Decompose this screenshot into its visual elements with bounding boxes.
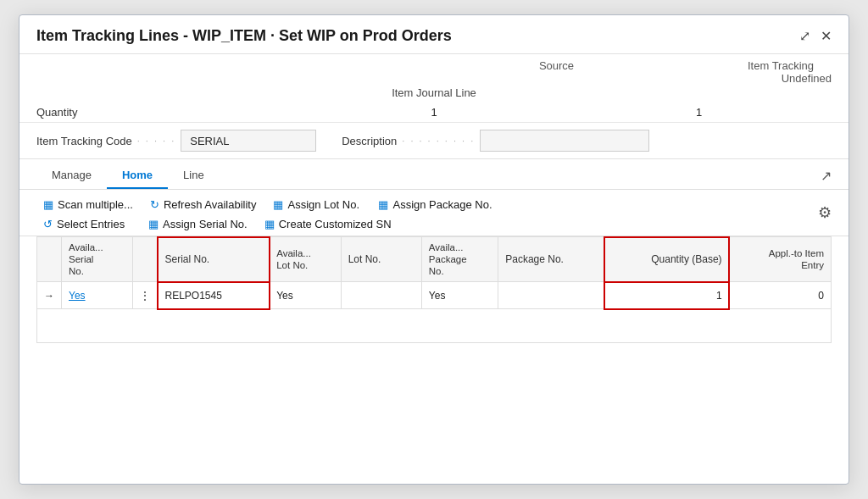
assign-package-button[interactable]: ▦ Assign Package No. xyxy=(371,197,498,213)
dialog-window: Item Tracking Lines - WIP_ITEM · Set WIP… xyxy=(19,14,849,485)
item-tracking-code-label: Item Tracking Code xyxy=(36,135,132,147)
th-avail-lot: Availa...Lot No. xyxy=(270,237,341,282)
select-entries-icon: ↺ xyxy=(43,218,53,230)
col-tracking-label: Item Tracking xyxy=(730,59,832,72)
toolbar-row-1: ▦ Scan multiple... ↻ Refresh Availabilit… xyxy=(36,197,832,213)
quantity-row: Quantity 1 1 xyxy=(19,103,849,123)
assign-package-icon: ▦ xyxy=(378,198,388,211)
cell-qty-base[interactable]: 1 xyxy=(604,282,729,309)
toolbar-row-2: ↺ Select Entries ▦ Assign Serial No. ▦ C… xyxy=(36,216,832,232)
cell-pkg-no[interactable] xyxy=(498,282,604,309)
tab-manage[interactable]: Manage xyxy=(36,163,107,189)
tab-home[interactable]: Home xyxy=(107,163,168,189)
create-customized-sn-button[interactable]: ▦ Create Customized SN xyxy=(258,216,398,232)
assign-lot-button[interactable]: ▦ Assign Lot No. xyxy=(266,197,368,213)
th-avail-pkg: Availa...PackageNo. xyxy=(421,237,498,282)
close-icon[interactable]: ✕ xyxy=(821,28,832,44)
th-kebab xyxy=(133,237,158,282)
col-undefined-label: Undefined xyxy=(782,72,832,85)
fields-row: Item Tracking Code · · · · · SERIAL Desc… xyxy=(19,123,849,159)
th-appl-entry: Appl.-to ItemEntry xyxy=(729,237,831,282)
cell-lot-no[interactable] xyxy=(341,282,421,309)
dialog-header: Item Tracking Lines - WIP_ITEM · Set WIP… xyxy=(19,15,849,54)
scan-multiple-label: Scan multiple... xyxy=(58,198,133,211)
scan-multiple-icon: ▦ xyxy=(43,198,53,211)
cell-avail-serial[interactable]: Yes xyxy=(62,282,133,309)
item-tracking-code-field: Item Tracking Code · · · · · SERIAL xyxy=(36,130,316,152)
settings-icon[interactable]: ⚙ xyxy=(818,203,832,222)
assign-serial-icon: ▦ xyxy=(148,218,159,230)
scan-multiple-button[interactable]: ▦ Scan multiple... xyxy=(36,197,140,213)
table-empty-row xyxy=(37,309,832,343)
select-entries-button[interactable]: ↺ Select Entries xyxy=(36,216,138,232)
cell-kebab[interactable]: ⋮ xyxy=(133,282,158,309)
assign-package-label: Assign Package No. xyxy=(392,198,492,211)
create-sn-icon: ▦ xyxy=(264,218,275,230)
toolbar-section: ▦ Scan multiple... ↻ Refresh Availabilit… xyxy=(19,190,849,236)
refresh-availability-label: Refresh Availability xyxy=(164,198,257,211)
description-label: Description xyxy=(342,135,397,147)
quantity-tracking-val: 1 xyxy=(566,106,832,119)
share-icon[interactable]: ↗ xyxy=(821,168,832,184)
select-entries-label: Select Entries xyxy=(57,218,125,230)
item-tracking-code-dots: · · · · · xyxy=(137,136,176,146)
header-icons: ⤢ ✕ xyxy=(799,28,832,44)
cell-avail-lot[interactable]: Yes xyxy=(270,282,341,309)
data-table: Availa...SerialNo. Serial No. Availa...L… xyxy=(36,236,832,343)
tab-line[interactable]: Line xyxy=(168,163,220,189)
dialog-title: Item Tracking Lines - WIP_ITEM · Set WIP… xyxy=(36,27,452,45)
th-qty-base: Quantity (Base) xyxy=(604,237,729,282)
th-arrow xyxy=(37,237,62,282)
cell-arrow: → xyxy=(37,282,62,309)
description-value[interactable] xyxy=(480,130,649,152)
refresh-availability-button[interactable]: ↻ Refresh Availability xyxy=(143,197,264,213)
sub-label: Item Journal Line xyxy=(19,85,849,103)
th-avail-serial: Availa...SerialNo. xyxy=(62,237,133,282)
th-serial-no: Serial No. xyxy=(158,237,270,282)
assign-serial-button[interactable]: ▦ Assign Serial No. xyxy=(142,216,254,232)
cell-appl-entry[interactable]: 0 xyxy=(729,282,831,309)
description-field: Description · · · · · · · · · xyxy=(342,130,649,152)
item-tracking-code-value[interactable]: SERIAL xyxy=(181,130,316,152)
refresh-icon: ↻ xyxy=(150,198,159,211)
quantity-label: Quantity xyxy=(36,106,302,119)
th-pkg-no: Package No. xyxy=(498,237,604,282)
assign-lot-label: Assign Lot No. xyxy=(287,198,359,211)
assign-lot-icon: ▦ xyxy=(273,198,283,211)
col-source-label: Source xyxy=(383,59,730,72)
quantity-source-val: 1 xyxy=(302,106,567,119)
cell-serial-no[interactable]: RELPO1545 xyxy=(158,282,270,309)
assign-serial-label: Assign Serial No. xyxy=(163,218,248,230)
table-row: → Yes ⋮ RELPO1545 Yes Yes 1 0 xyxy=(37,282,832,309)
cell-avail-pkg[interactable]: Yes xyxy=(421,282,498,309)
th-lot-no: Lot No. xyxy=(341,237,421,282)
create-sn-label: Create Customized SN xyxy=(279,218,392,230)
tabs-left: Manage Home Line xyxy=(36,163,220,189)
tabs-bar: Manage Home Line ↗ xyxy=(19,163,849,190)
expand-icon[interactable]: ⤢ xyxy=(799,28,810,44)
col-header-row: Source Item Tracking xyxy=(19,54,849,72)
table-area: Availa...SerialNo. Serial No. Availa...L… xyxy=(19,236,849,484)
description-dots: · · · · · · · · · xyxy=(402,136,475,146)
